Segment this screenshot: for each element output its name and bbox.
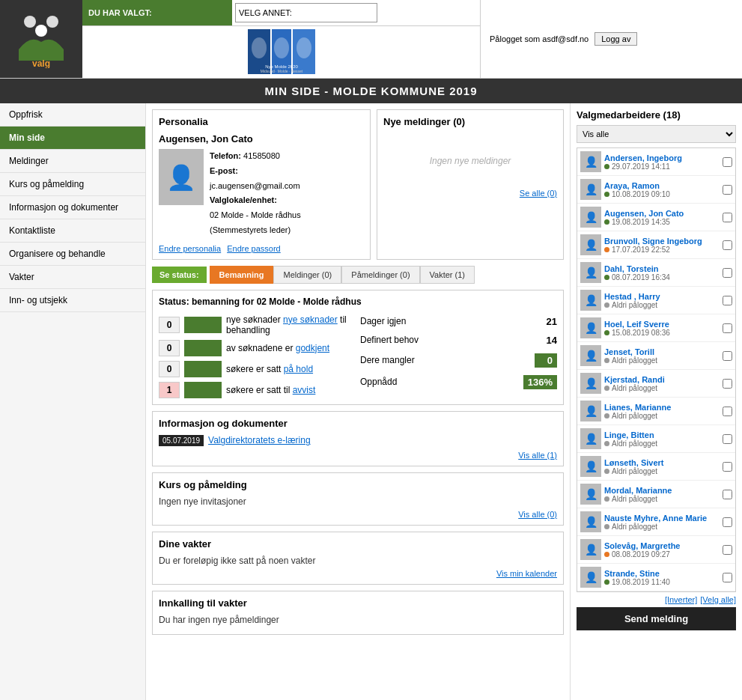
- worker-checkbox[interactable]: [723, 434, 732, 444]
- stat-row-1: 0av søknadene er godkjent: [159, 340, 356, 356]
- stat-link-0[interactable]: nye søknader: [283, 314, 338, 325]
- stat-link-2[interactable]: på hold: [284, 364, 313, 374]
- logg-av-button[interactable]: Logg av: [594, 32, 637, 46]
- worker-name[interactable]: Lønseth, Sivert: [604, 458, 720, 467]
- doc-link[interactable]: Valgdirektoratets e-læring: [208, 435, 311, 445]
- worker-row: 👤Araya, Ramon10.08.2019 09:10: [577, 176, 735, 204]
- svg-point-2: [35, 25, 47, 37]
- worker-name[interactable]: Kjerstad, Randi: [604, 375, 720, 384]
- nav-item-min-side[interactable]: Min side: [0, 127, 145, 150]
- worker-info: Dahl, Torstein08.07.2019 16:34: [604, 264, 720, 281]
- doc-date: 05.07.2019: [159, 435, 204, 446]
- worker-time: Aldri pålogget: [604, 467, 720, 475]
- worker-name[interactable]: Lianes, Marianne: [604, 403, 720, 412]
- worker-time-text: Aldri pålogget: [612, 356, 657, 365]
- worker-name[interactable]: Andersen, Ingeborg: [604, 153, 720, 162]
- kurs-see-all[interactable]: Vis alle (0): [518, 510, 557, 519]
- worker-time-text: 19.08.2019 11:40: [612, 578, 670, 586]
- worker-name[interactable]: Augensen, Jon Cato: [604, 209, 720, 218]
- worker-name[interactable]: Jenset, Torill: [604, 347, 720, 356]
- messages-see-all-link[interactable]: Se alle (0): [520, 189, 557, 198]
- worker-checkbox[interactable]: [723, 240, 732, 250]
- right-stat-row-1: Definert behov14: [360, 333, 557, 347]
- nav-item-meldinger[interactable]: Meldinger: [0, 150, 145, 173]
- nav-item-oppfrisk[interactable]: Oppfrisk: [0, 103, 145, 127]
- right-stat-val-3: 136%: [523, 375, 557, 389]
- email-value: jc.augensen@gmail.com: [210, 181, 300, 190]
- worker-time: Aldri pålogget: [604, 495, 720, 503]
- nav-item-kontaktliste[interactable]: Kontaktliste: [0, 219, 145, 243]
- worker-name[interactable]: Nauste Myhre, Anne Marie: [604, 514, 720, 523]
- info-docs-see-all[interactable]: Vis alle (1): [518, 451, 557, 460]
- worker-row: 👤Strande, Stine19.08.2019 11:40: [577, 564, 735, 591]
- worker-row: 👤Lianes, MarianneAldri pålogget: [577, 398, 735, 425]
- worker-info: Linge, BittenAldri pålogget: [604, 430, 720, 448]
- worker-name[interactable]: Hoel, Leif Sverre: [604, 320, 720, 329]
- phone-label: Telefon:: [210, 151, 241, 160]
- vis-alle-select[interactable]: Vis alle: [577, 125, 736, 143]
- worker-time: 17.07.2019 22:52: [604, 246, 720, 254]
- endre-personalia-button[interactable]: Endre personalia: [159, 244, 221, 253]
- nav-item-informasjon-og-dokumenter[interactable]: Informasjon og dokumenter: [0, 196, 145, 219]
- nav-item-kurs-og-påmelding[interactable]: Kurs og påmelding: [0, 173, 145, 196]
- worker-time: Aldri pålogget: [604, 412, 720, 420]
- endre-passord-button[interactable]: Endre passord: [227, 244, 281, 253]
- main-layout: OppfriskMin sideMeldingerKurs og påmeldi…: [0, 103, 742, 700]
- status-dot: [604, 358, 609, 363]
- vis-kalender-link[interactable]: Vis min kalender: [496, 569, 557, 578]
- worker-info: Kjerstad, RandiAldri pålogget: [604, 375, 720, 392]
- tab-påmeldinger--0-[interactable]: Påmeldinger (0): [341, 266, 419, 284]
- worker-checkbox[interactable]: [723, 296, 732, 305]
- right-stat-label-3: Oppnådd: [360, 377, 397, 387]
- stat-link-1[interactable]: godkjent: [296, 343, 329, 353]
- worker-checkbox[interactable]: [723, 185, 732, 195]
- worker-info: Mordal, MarianneAldri pålogget: [604, 486, 720, 503]
- worker-name[interactable]: Strande, Stine: [604, 569, 720, 578]
- worker-name[interactable]: Mordal, Marianne: [604, 486, 720, 495]
- worker-avatar: 👤: [580, 539, 601, 560]
- worker-name[interactable]: Linge, Bitten: [604, 430, 720, 439]
- worker-checkbox[interactable]: [723, 268, 732, 278]
- inverter-link[interactable]: [Inverter]: [665, 595, 697, 604]
- worker-checkbox[interactable]: [723, 490, 732, 499]
- worker-checkbox[interactable]: [723, 517, 732, 527]
- velg-annet-select[interactable]: VELG ANNET:: [235, 3, 377, 22]
- logged-in-row: Pålogget som asdf@sdf.no Logg av: [490, 32, 733, 46]
- nav-item-vakter[interactable]: Vakter: [0, 266, 145, 289]
- status-dot: [604, 579, 609, 585]
- nav-item-inn--og-utsjekk[interactable]: Inn- og utsjekk: [0, 289, 145, 312]
- worker-checkbox[interactable]: [723, 351, 732, 361]
- worker-info: Lianes, MarianneAldri pålogget: [604, 403, 720, 420]
- worker-checkbox[interactable]: [723, 573, 732, 582]
- worker-name[interactable]: Araya, Ramon: [604, 181, 720, 190]
- worker-checkbox[interactable]: [723, 407, 732, 416]
- worker-name[interactable]: Solevåg, Margrethe: [604, 541, 720, 550]
- worker-checkbox[interactable]: [723, 157, 732, 167]
- bemanning-right: Dager igjen21Definert behov14Dere mangle…: [360, 314, 557, 398]
- nav-item-organisere-og-behandle[interactable]: Organisere og behandle: [0, 243, 145, 266]
- worker-time-text: Aldri pålogget: [612, 523, 657, 531]
- tab-vakter--1-[interactable]: Vakter (1): [420, 266, 475, 284]
- worker-name[interactable]: Hestad , Harry: [604, 292, 720, 301]
- worker-checkbox[interactable]: [723, 545, 732, 555]
- avatar: 👤: [159, 149, 204, 205]
- worker-checkbox[interactable]: [723, 323, 732, 333]
- innkalling-title: Innkalling til vakter: [159, 597, 557, 609]
- status-tabs: Se status: BemanningMeldinger (0)Påmeldi…: [152, 266, 564, 284]
- worker-row: 👤Dahl, Torstein08.07.2019 16:34: [577, 259, 735, 287]
- tab-bemanning[interactable]: Bemanning: [210, 266, 274, 284]
- worker-checkbox[interactable]: [723, 213, 732, 222]
- velg-alle-link[interactable]: [Velg alle]: [700, 595, 736, 604]
- tab-meldinger--0-[interactable]: Meldinger (0): [273, 266, 341, 284]
- stat-text-3: søkere er satt til avvist: [226, 385, 315, 395]
- worker-row: 👤Jenset, TorillAldri pålogget: [577, 342, 735, 370]
- send-melding-button[interactable]: Send melding: [577, 607, 736, 630]
- worker-time-text: Aldri pålogget: [612, 301, 657, 309]
- worker-checkbox[interactable]: [723, 462, 732, 472]
- worker-name[interactable]: Dahl, Torstein: [604, 264, 720, 273]
- worker-checkbox[interactable]: [723, 379, 732, 389]
- worker-name[interactable]: Brunvoll, Signe Ingeborg: [604, 237, 720, 246]
- worker-time: 19.08.2019 14:35: [604, 218, 720, 226]
- status-dot: [604, 469, 609, 474]
- stat-link-3[interactable]: avvist: [293, 385, 316, 395]
